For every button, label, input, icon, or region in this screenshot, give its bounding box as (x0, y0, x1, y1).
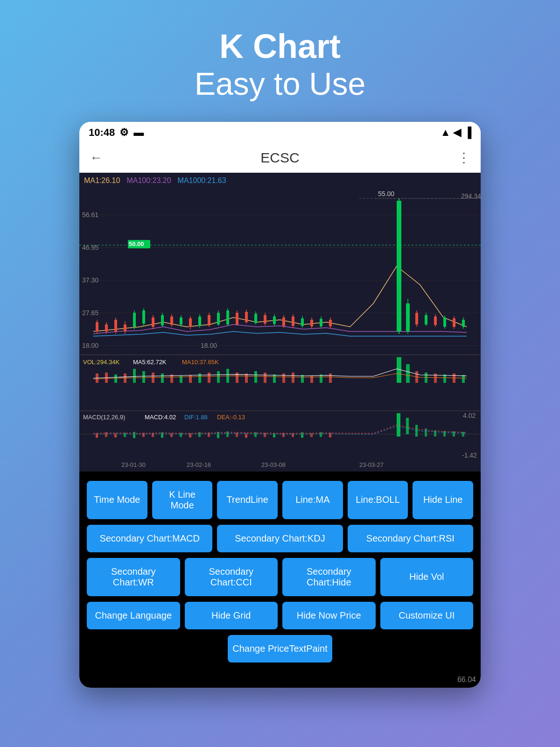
secondary-hide-button[interactable]: Secondary Chart:Hide (282, 558, 376, 596)
secondary-wr-button[interactable]: Secondary Chart:WR (87, 558, 180, 596)
svg-text:-1.42: -1.42 (462, 451, 477, 459)
svg-rect-153 (273, 435, 275, 437)
ma1-label: MA1:26.10 (84, 176, 120, 185)
svg-rect-78 (114, 374, 117, 383)
ma-labels: MA1:26.10 MA100:23.20 MA1000:21.63 (84, 176, 226, 185)
svg-rect-150 (189, 435, 191, 437)
svg-rect-143 (453, 431, 455, 437)
hide-vol-button[interactable]: Hide Vol (380, 558, 474, 596)
svg-text:DEA:-0.13: DEA:-0.13 (217, 414, 245, 421)
svg-rect-120 (180, 433, 182, 437)
settings-icon: ⚙ (119, 127, 129, 139)
svg-text:50.00: 50.00 (129, 240, 144, 247)
customize-ui-button[interactable]: Customize UI (380, 602, 474, 629)
phone-frame: 10:48 ⚙ ▬ ▲ ◀ ▐ ← ECSC ⋮ MA1:26.10 MA100… (79, 122, 481, 688)
btn-row-3: Secondary Chart:WR Secondary Chart:CCI S… (87, 558, 473, 596)
svg-text:56.61: 56.61 (82, 211, 98, 218)
btn-row-1: Time Mode K Line Mode TrendLine Line:MA … (87, 481, 473, 519)
svg-text:MACD:4.02: MACD:4.02 (145, 414, 176, 421)
bottom-number: 66.04 (79, 674, 481, 688)
svg-text:18.00: 18.00 (201, 342, 217, 349)
svg-text:23-01-30: 23-01-30 (121, 461, 146, 468)
header-title-line2: Easy to Use (195, 65, 366, 103)
svg-rect-142 (443, 431, 446, 437)
svg-rect-80 (133, 369, 136, 383)
signal-icon: ◀ (453, 127, 461, 139)
line-boll-button[interactable]: Line:BOLL (348, 481, 408, 519)
svg-text:23-03-08: 23-03-08 (261, 461, 286, 468)
btn-row-5: Change PriceTextPaint (87, 635, 473, 662)
svg-rect-105 (425, 373, 427, 383)
svg-rect-91 (236, 373, 238, 383)
svg-text:MA10:37.65K: MA10:37.65K (182, 359, 219, 366)
svg-text:37.30: 37.30 (82, 276, 98, 284)
status-bar: 10:48 ⚙ ▬ ▲ ◀ ▐ (79, 122, 481, 143)
header-title-line1: K Chart (195, 28, 366, 65)
hide-grid-button[interactable]: Hide Grid (185, 602, 278, 629)
ma1000-label: MA1000:21.63 (178, 176, 226, 185)
svg-text:MACD(12,26,9): MACD(12,26,9) (83, 414, 125, 421)
back-button[interactable]: ← (90, 150, 103, 165)
svg-rect-88 (208, 373, 210, 383)
svg-text:23-02-16: 23-02-16 (187, 461, 211, 468)
svg-rect-83 (161, 374, 164, 383)
svg-rect-93 (254, 371, 257, 383)
svg-rect-106 (434, 374, 437, 383)
secondary-rsi-button[interactable]: Secondary Chart:RSI (348, 525, 473, 552)
svg-rect-101 (329, 374, 332, 383)
change-language-button[interactable]: Change Language (87, 602, 180, 629)
secondary-macd-button[interactable]: Secondary Chart:MACD (87, 525, 212, 552)
page-header: K Chart Easy to Use (195, 0, 366, 122)
chart-svg: 56.61 46.95 37.30 27.65 18.00 18.00 294.… (79, 173, 481, 472)
app-bar: ← ECSC ⋮ (79, 143, 481, 173)
secondary-cci-button[interactable]: Secondary Chart:CCI (185, 558, 278, 596)
svg-rect-81 (142, 371, 145, 383)
svg-text:294.34K: 294.34K (461, 192, 481, 200)
svg-rect-147 (114, 435, 117, 437)
svg-rect-139 (415, 425, 418, 437)
svg-text:55.00: 55.00 (378, 190, 394, 197)
status-bar-right: ▲ ◀ ▐ (441, 127, 471, 139)
svg-text:27.65: 27.65 (82, 309, 98, 317)
menu-button[interactable]: ⋮ (457, 150, 470, 165)
btn-row-4: Change Language Hide Grid Hide Now Price… (87, 602, 473, 629)
svg-rect-132 (292, 433, 294, 437)
change-price-text-paint-button[interactable]: Change PriceTextPaint (228, 635, 332, 662)
battery-small-icon: ▬ (133, 127, 144, 139)
svg-rect-96 (282, 374, 285, 383)
svg-text:46.95: 46.95 (82, 244, 98, 251)
ma100-label: MA100:23.20 (126, 176, 171, 185)
svg-rect-141 (434, 430, 436, 437)
svg-rect-155 (329, 435, 331, 437)
svg-rect-103 (406, 364, 410, 383)
svg-text:DIF:1.88: DIF:1.88 (184, 414, 208, 421)
hide-line-button[interactable]: Hide Line (413, 481, 473, 519)
buttons-section: Time Mode K Line Mode TrendLine Line:MA … (79, 472, 481, 674)
svg-text:MA5:62.72K: MA5:62.72K (133, 359, 167, 366)
secondary-kdj-button[interactable]: Secondary Chart:KDJ (217, 525, 343, 552)
svg-rect-89 (217, 371, 220, 383)
svg-text:4.02: 4.02 (463, 412, 476, 419)
svg-rect-123 (208, 433, 210, 437)
time-mode-button[interactable]: Time Mode (87, 481, 147, 519)
svg-text:23-03-27: 23-03-27 (359, 461, 384, 468)
k-line-mode-button[interactable]: K Line Mode (152, 481, 213, 519)
svg-rect-152 (245, 435, 247, 438)
svg-rect-146 (96, 435, 98, 438)
line-ma-button[interactable]: Line:MA (282, 481, 343, 519)
chart-area[interactable]: MA1:26.10 MA100:23.20 MA1000:21.63 (79, 173, 481, 472)
hide-now-price-button[interactable]: Hide Now Price (282, 602, 376, 629)
status-time: 10:48 (89, 127, 115, 139)
svg-rect-128 (254, 432, 257, 437)
battery-icon: ▐ (464, 127, 471, 139)
svg-rect-129 (264, 433, 266, 437)
svg-rect-97 (292, 373, 294, 383)
svg-rect-109 (462, 375, 465, 383)
svg-rect-149 (161, 435, 163, 438)
svg-rect-154 (301, 435, 303, 438)
svg-rect-138 (406, 418, 409, 434)
wifi-icon: ▲ (441, 127, 451, 139)
svg-rect-151 (217, 435, 219, 438)
app-title: ECSC (260, 150, 299, 166)
trendline-button[interactable]: TrendLine (217, 481, 278, 519)
